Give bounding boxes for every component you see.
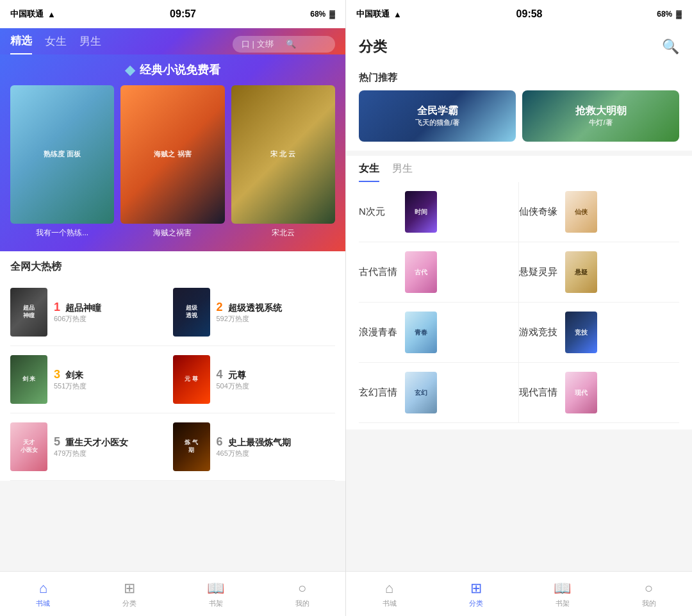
rank-name-2: 超级透视系统 <box>228 303 282 313</box>
hot-banner-text-1: 全民学霸 飞天的猫鱼/著 <box>415 104 459 128</box>
ranking-cover-6: 炼 气 期 <box>173 422 210 471</box>
left-wifi-icon: ▲ <box>47 10 56 19</box>
cat-item-3[interactable]: 悬疑灵异 悬疑 <box>519 242 679 302</box>
cat-name-0: N次元 <box>359 206 397 218</box>
cat-name-2: 古代言情 <box>359 266 397 278</box>
left-nav-category[interactable]: ⊞ 分类 <box>86 580 173 608</box>
ranking-item-1[interactable]: 超品 神瞳 1 超品神瞳 606万热度 <box>10 279 173 346</box>
search-icon[interactable]: 🔍 <box>286 39 326 49</box>
rank-hot-1: 606万热度 <box>54 314 167 324</box>
book-title-3: 宋北云 <box>272 228 295 238</box>
cat-row-4: 玄幻言情 玄幻 现代言情 现代 <box>359 363 679 423</box>
right-shelf-icon: 📖 <box>554 580 571 597</box>
ranking-item-6[interactable]: 炼 气 期 6 史上最强炼气期 465万热度 <box>173 413 336 481</box>
left-nav-label-1: 分类 <box>122 599 136 608</box>
banner-area: ◆ 经典小说免费看 熟练度 面板 我有一个熟练... 海贼之 祸害 海贼之祸害 … <box>0 54 345 251</box>
book-cover-text-1: 熟练度 面板 <box>15 150 109 160</box>
search-placeholder: 口 | 文绑 <box>242 38 282 50</box>
left-nav-shelf[interactable]: 📖 书架 <box>173 580 260 608</box>
ranking-list: 超品 神瞳 1 超品神瞳 606万热度 超级 透视 <box>0 279 345 481</box>
ranking-grid: 超品 神瞳 1 超品神瞳 606万热度 超级 透视 <box>10 279 335 481</box>
cat-item-6[interactable]: 玄幻言情 玄幻 <box>359 363 519 422</box>
left-content: 全网大热榜 超品 神瞳 1 超品神瞳 606万热度 <box>0 251 345 571</box>
left-nav-label-3: 我的 <box>295 599 309 608</box>
rank-num-5: 5 <box>54 435 60 448</box>
hot-banner-2[interactable]: 抢救大明朝 牛灯/著 <box>522 90 679 142</box>
hot-banners: 全民学霸 飞天的猫鱼/著 抢救大明朝 牛灯/著 <box>359 90 679 142</box>
left-phone: 中国联通 ▲ 09:57 68% ▓ 精选 女生 男生 口 | 文绑 🔍 ◆ 经… <box>0 0 346 616</box>
tab-nvsheng[interactable]: 女生 <box>45 34 67 54</box>
right-content: 热门推荐 全民学霸 飞天的猫鱼/著 抢救大明朝 牛灯/著 <box>346 63 692 571</box>
rank-name-1: 超品神瞳 <box>65 303 101 313</box>
ranking-row-5: 5 重生天才小医女 <box>54 435 167 449</box>
right-page-title: 分类 <box>359 37 387 56</box>
ranking-cover-4: 元 尊 <box>173 355 210 404</box>
gender-tab-male[interactable]: 男生 <box>392 162 413 182</box>
cat-item-0[interactable]: N次元 时间 <box>359 182 519 242</box>
cat-name-4: 浪漫青春 <box>359 326 397 338</box>
category-icon: ⊞ <box>124 580 135 597</box>
ranking-info-1: 1 超品神瞳 606万热度 <box>54 301 167 324</box>
cat-cover-7: 现代 <box>565 372 597 413</box>
ranking-item-3[interactable]: 剑 来 3 剑来 551万热度 <box>10 346 173 413</box>
diamond-icon: ◆ <box>125 62 135 78</box>
left-carrier: 中国联通 <box>10 8 44 20</box>
ranking-item-5[interactable]: 天才 小医女 5 重生天才小医女 479万热度 <box>10 413 173 481</box>
cat-cover-4: 青春 <box>405 312 437 353</box>
rc-text-6: 炼 气 期 <box>182 440 201 454</box>
ranking-header: 全网大热榜 <box>0 251 345 279</box>
cat-row-3: 浪漫青春 青春 游戏竞技 竞技 <box>359 303 679 363</box>
tab-nansheng[interactable]: 男生 <box>79 34 101 54</box>
book-title-2: 海贼之祸害 <box>153 228 192 238</box>
search-bar[interactable]: 口 | 文绑 🔍 <box>233 36 335 53</box>
right-search-icon[interactable]: 🔍 <box>662 38 679 55</box>
cat-item-7[interactable]: 现代言情 现代 <box>519 363 679 422</box>
right-nav-label-2: 书架 <box>556 599 570 608</box>
rank-name-4: 元尊 <box>228 370 246 380</box>
right-nav-profile[interactable]: ○ 我的 <box>606 580 692 608</box>
cat-item-1[interactable]: 仙侠奇缘 仙侠 <box>519 182 679 242</box>
book-card-2[interactable]: 海贼之 祸害 海贼之祸害 <box>120 85 224 238</box>
right-phone: 中国联通 ▲ 09:58 68% ▓ 分类 🔍 热门推荐 全民学霸 飞天的猫鱼/… <box>346 0 692 616</box>
right-status-bar: 中国联通 ▲ 09:58 68% ▓ <box>346 0 692 28</box>
rank-num-4: 4 <box>217 368 223 381</box>
cat-cover-2: 古代 <box>405 251 437 293</box>
book-cover-text-3: 宋 北 云 <box>236 150 330 160</box>
profile-icon: ○ <box>298 580 306 597</box>
right-nav-label-0: 书城 <box>383 599 397 608</box>
right-nav-shelf[interactable]: 📖 书架 <box>519 580 606 608</box>
cat-item-5[interactable]: 游戏竞技 竞技 <box>519 303 679 362</box>
rank-name-5: 重生天才小医女 <box>65 437 128 447</box>
ranking-row-6: 6 史上最强炼气期 <box>217 435 336 449</box>
ranking-info-6: 6 史上最强炼气期 465万热度 <box>217 435 336 458</box>
cat-item-2[interactable]: 古代言情 古代 <box>359 242 519 302</box>
cat-name-6: 玄幻言情 <box>359 387 397 399</box>
ranking-item-4[interactable]: 元 尊 4 元尊 504万热度 <box>173 346 336 413</box>
hot-banner-1[interactable]: 全民学霸 飞天的猫鱼/著 <box>359 90 516 142</box>
left-bottom-nav: ⌂ 书城 ⊞ 分类 📖 书架 ○ 我的 <box>0 571 345 616</box>
ranking-row-2: 2 超级透视系统 <box>217 301 336 314</box>
rank-name-6: 史上最强炼气期 <box>228 437 291 447</box>
right-nav-label-3: 我的 <box>642 599 656 608</box>
gender-tab-female[interactable]: 女生 <box>359 162 379 182</box>
right-battery: 68% <box>657 10 672 19</box>
cat-name-1: 仙侠奇缘 <box>519 206 557 218</box>
rank-hot-6: 465万热度 <box>217 449 336 458</box>
cat-cover-3: 悬疑 <box>565 251 597 293</box>
hot-banner-text-2: 抢救大明朝 牛灯/著 <box>575 104 627 128</box>
ranking-item-2[interactable]: 超级 透视 2 超级透视系统 592万热度 <box>173 279 336 346</box>
shelf-icon: 📖 <box>207 580 224 597</box>
book-card-3[interactable]: 宋 北 云 宋北云 <box>231 85 335 238</box>
right-nav-category[interactable]: ⊞ 分类 <box>432 580 519 608</box>
hot-title: 热门推荐 <box>359 72 679 84</box>
book-card-1[interactable]: 熟练度 面板 我有一个熟练... <box>10 85 114 238</box>
tab-jingxuan[interactable]: 精选 <box>10 33 32 54</box>
rank-hot-2: 592万热度 <box>217 314 336 324</box>
left-nav-bookstore[interactable]: ⌂ 书城 <box>0 580 86 608</box>
left-top-tabs: 精选 女生 男生 口 | 文绑 🔍 <box>0 28 345 54</box>
left-nav-profile[interactable]: ○ 我的 <box>259 580 345 608</box>
cat-item-4[interactable]: 浪漫青春 青春 <box>359 303 519 362</box>
left-nav-label-2: 书架 <box>209 599 223 608</box>
cat-row-1: N次元 时间 仙侠奇缘 仙侠 <box>359 182 679 242</box>
right-nav-bookstore[interactable]: ⌂ 书城 <box>346 580 432 608</box>
